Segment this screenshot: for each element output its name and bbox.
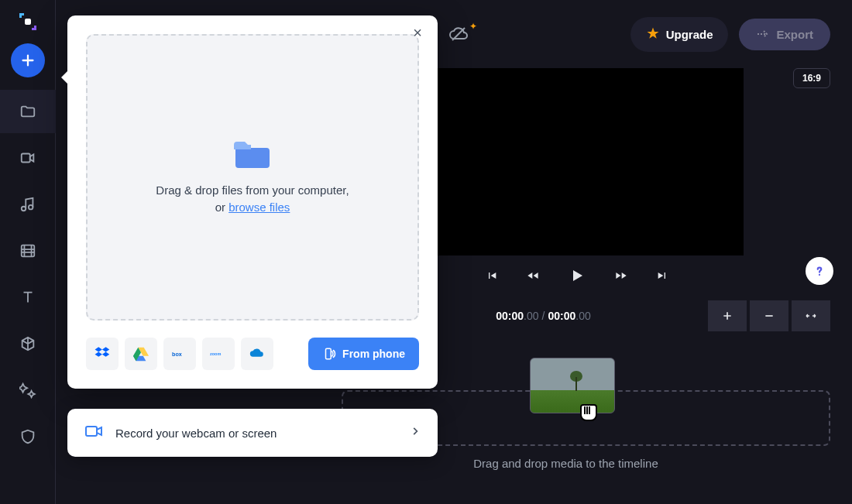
media-thumbnail[interactable]: [530, 358, 615, 413]
sidebar-item-video[interactable]: [0, 136, 56, 180]
svg-rect-1: [21, 154, 29, 163]
from-phone-button[interactable]: From phone: [308, 338, 419, 370]
aspect-ratio-button[interactable]: 16:9: [793, 68, 830, 88]
sidebar-item-media[interactable]: [0, 90, 56, 133]
sidebar-item-text[interactable]: [0, 276, 56, 319]
cloud-sync-icon: ✦: [448, 26, 469, 43]
zoom-in-button[interactable]: [708, 300, 747, 331]
sparkle-icon: ✦: [469, 21, 477, 32]
app-logo: [15, 9, 40, 34]
record-button[interactable]: Record your webcam or screen: [67, 409, 438, 457]
export-label: Export: [776, 28, 813, 41]
svg-point-3: [28, 205, 32, 210]
timeline-hint: Drag and drop media to the timeline: [301, 457, 830, 470]
close-button[interactable]: ×: [408, 23, 427, 43]
svg-text:box: box: [172, 351, 182, 358]
google-drive-button[interactable]: [125, 338, 157, 370]
svg-text:zoom: zoom: [210, 351, 221, 356]
add-media-button[interactable]: [11, 43, 45, 77]
import-modal: × Drag & drop files from your computer, …: [67, 15, 438, 389]
zoom-out-button[interactable]: [750, 300, 788, 331]
record-label: Record your webcam or screen: [115, 427, 410, 440]
camera-icon: [84, 423, 103, 442]
import-sources: box zoom From phone: [67, 333, 438, 389]
star-icon: [646, 26, 660, 43]
forward-button[interactable]: [611, 266, 631, 285]
phone-icon: [322, 347, 336, 361]
upgrade-button[interactable]: Upgrade: [630, 17, 729, 52]
upgrade-label: Upgrade: [666, 28, 713, 41]
arrow-right-icon: [756, 29, 770, 39]
file-drop-area[interactable]: Drag & drop files from your computer, or…: [86, 34, 419, 321]
sidebar: [0, 0, 56, 504]
modal-arrow-icon: [61, 71, 67, 84]
svg-rect-9: [326, 348, 332, 359]
browse-files-link[interactable]: browse files: [228, 201, 290, 214]
box-button[interactable]: box: [163, 338, 196, 370]
dropbox-button[interactable]: [86, 338, 119, 370]
video-preview[interactable]: [411, 68, 744, 255]
sidebar-item-templates[interactable]: [0, 229, 56, 273]
chevron-right-icon: [410, 426, 421, 440]
folder-icon: [232, 139, 273, 174]
zoom-button[interactable]: zoom: [202, 338, 235, 370]
svg-rect-4: [21, 245, 34, 257]
play-button[interactable]: [565, 263, 589, 288]
export-button[interactable]: Export: [739, 19, 830, 50]
skip-end-button[interactable]: [653, 266, 672, 285]
svg-rect-10: [86, 427, 97, 436]
onedrive-button[interactable]: [241, 338, 273, 370]
sidebar-item-3d[interactable]: [0, 322, 56, 365]
skip-start-button[interactable]: [483, 266, 501, 285]
fit-button[interactable]: [792, 300, 830, 331]
rewind-button[interactable]: [523, 266, 543, 285]
from-phone-label: From phone: [342, 348, 405, 360]
sidebar-item-privacy[interactable]: [0, 415, 56, 458]
sidebar-item-effects[interactable]: [0, 369, 56, 412]
transport-controls: [411, 263, 744, 288]
svg-rect-0: [25, 19, 31, 25]
drop-description: Drag & drop files from your computer, or…: [152, 182, 353, 217]
help-button[interactable]: [806, 257, 833, 285]
sidebar-item-audio[interactable]: [0, 183, 56, 226]
svg-point-2: [21, 207, 26, 211]
